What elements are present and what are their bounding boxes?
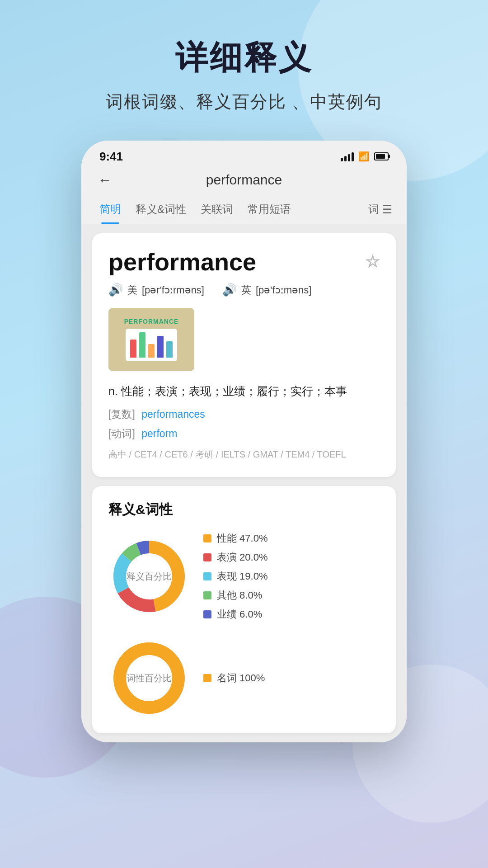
inflection-plural-link[interactable]: performances (141, 408, 205, 420)
pron-us-region: 美 (127, 283, 137, 297)
word-image: PERFORMANCE (108, 308, 194, 371)
legend-item-3: 其他 8.0% (203, 589, 268, 602)
meaning-donut: 释义百分比 (108, 536, 190, 617)
def-card: 释义&词性 (92, 486, 396, 733)
status-icons: 📶 (341, 151, 389, 162)
word-title: performance (108, 248, 256, 276)
app-header: ← performance (81, 168, 407, 195)
legend-dot-2 (203, 572, 211, 580)
tab-brief[interactable]: 简明 (92, 195, 128, 224)
pos-chart-row: 词性百分比 名词 100% (108, 637, 380, 719)
legend-item-0: 性能 47.0% (203, 532, 268, 545)
meaning-legend: 性能 47.0% 表演 20.0% 表现 19.0% 其他 8.0% (203, 532, 268, 621)
phone-content: performance ☆ 🔊 美 [pər'fɔːrməns] 🔊 英 [pə… (81, 224, 407, 742)
legend-item-2: 表现 19.0% (203, 570, 268, 583)
inflection-verb-link[interactable]: perform (141, 428, 177, 439)
tab-definition[interactable]: 释义&词性 (128, 195, 193, 224)
tab-related[interactable]: 关联词 (193, 195, 240, 224)
pron-uk: 🔊 英 [pə'fɔːməns] (222, 283, 311, 297)
battery-icon (374, 152, 389, 160)
pron-us: 🔊 美 [pər'fɔːrməns] (108, 283, 204, 297)
word-card: performance ☆ 🔊 美 [pər'fɔːrməns] 🔊 英 [pə… (92, 233, 396, 477)
legend-dot-0 (203, 534, 211, 542)
tab-phrases[interactable]: 常用短语 (240, 195, 298, 224)
sound-uk-icon[interactable]: 🔊 (222, 283, 237, 297)
word-header-row: performance ☆ (108, 248, 380, 276)
status-bar: 9:41 📶 (81, 141, 407, 168)
pos-legend: 名词 100% (203, 671, 265, 685)
pos-legend-dot-0 (203, 674, 211, 682)
sound-us-icon[interactable]: 🔊 (108, 283, 123, 297)
status-time: 9:41 (99, 150, 123, 164)
back-button[interactable]: ← (98, 172, 112, 189)
page-subtitle: 词根词缀、释义百分比 、中英例句 (106, 90, 383, 113)
word-definition: n. 性能；表演；表现；业绩；履行；实行；本事 (108, 382, 380, 400)
pos-donut-label: 词性百分比 (127, 672, 172, 684)
wifi-icon: 📶 (358, 151, 370, 162)
legend-dot-4 (203, 610, 211, 618)
legend-item-1: 表演 20.0% (203, 551, 268, 564)
tab-more[interactable]: 词 ☰ (365, 195, 396, 224)
pron-uk-region: 英 (241, 283, 251, 297)
legend-dot-3 (203, 591, 211, 599)
legend-dot-1 (203, 553, 211, 561)
pron-us-phonetic: [pər'fɔːrməns] (142, 284, 204, 296)
pos-legend-item-0: 名词 100% (203, 671, 265, 685)
page-main-title: 详细释义 (175, 36, 313, 80)
menu-icon: ☰ (382, 203, 392, 217)
pron-uk-phonetic: [pə'fɔːməns] (256, 284, 311, 296)
def-section-title: 释义&词性 (108, 500, 380, 519)
pos-donut: 词性百分比 (108, 637, 190, 719)
legend-item-4: 业绩 6.0% (203, 608, 268, 621)
meaning-donut-label: 释义百分比 (127, 571, 172, 583)
app-header-title: performance (206, 172, 282, 188)
inflection-plural: [复数] performances (108, 407, 380, 421)
phone-mockup: 9:41 📶 ← performance 简明 释义&词性 关联词 常用短语 (81, 141, 407, 742)
level-tags: 高中 / CET4 / CET6 / 考研 / IELTS / GMAT / T… (108, 446, 380, 462)
inflection-verb: [动词] perform (108, 427, 380, 441)
signal-icon (341, 151, 354, 161)
star-button[interactable]: ☆ (365, 252, 380, 271)
meaning-chart-row: 释义百分比 性能 47.0% 表演 20.0% 表现 (108, 532, 380, 621)
pronunciation-row: 🔊 美 [pər'fɔːrməns] 🔊 英 [pə'fɔːməns] (108, 283, 380, 297)
nav-tabs: 简明 释义&词性 关联词 常用短语 词 ☰ (81, 195, 407, 224)
